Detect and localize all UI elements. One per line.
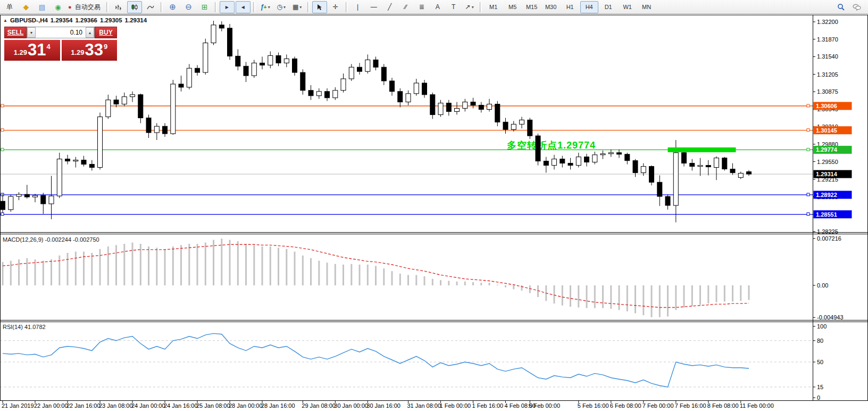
buy-price-point: 9 (104, 43, 107, 51)
vertical-line-button[interactable]: | (350, 1, 365, 13)
chevron-down-icon: ▾ (299, 5, 302, 10)
volume-stepper: ▼ 0.10 ▲ (27, 27, 95, 38)
indicators-plus-icon: + (263, 4, 266, 10)
tab-m30[interactable]: M30 (542, 1, 560, 13)
fibonacci-button[interactable]: ≣ (414, 1, 429, 13)
toolbar-separator (253, 2, 255, 12)
tab-d1[interactable]: D1 (599, 1, 617, 13)
ohlc-open: 1.29354 (51, 17, 73, 23)
candlestick-chart-button[interactable] (127, 1, 142, 13)
history-center-icon[interactable]: ◆ (19, 1, 34, 13)
volume-input[interactable]: 0.10 (36, 27, 86, 38)
chart-window: 1.322001.318701.315401.312051.308751.305… (0, 15, 868, 411)
bar-chart-button[interactable] (111, 1, 126, 13)
tab-m15[interactable]: M15 (523, 1, 541, 13)
rsi-indicator-label: RSI(14) 41.0782 (3, 324, 46, 330)
volume-decrease-button[interactable]: ▼ (27, 27, 36, 38)
toolbar-separator (307, 2, 310, 12)
market-watch-icon[interactable]: ▤ (35, 1, 49, 13)
ohlc-high: 1.29366 (75, 17, 97, 23)
toolbar-separator (480, 2, 482, 12)
sell-price-pips: 31 (28, 40, 46, 60)
line-chart-icon (147, 4, 154, 11)
new-order-button[interactable]: 单 (2, 1, 18, 13)
toolbar: 单 ◆ ▤ ◉ ● 自动交易 ⊕ ⊖ ⊞ ▸ ◂ ƒ+▾ ◷▾ ▦▾ ✛ | ―… (0, 0, 868, 14)
chat-button[interactable] (849, 1, 864, 13)
autotrading-button[interactable]: ● 自动交易 (66, 1, 104, 13)
candlestick-chart-icon (131, 4, 138, 11)
tab-h4[interactable]: H4 (580, 1, 598, 13)
toolbar-separator (106, 2, 108, 12)
arrows-icon: ↗ (465, 3, 471, 11)
sell-button[interactable]: SELL (4, 27, 27, 38)
chevron-down-icon: ▾ (268, 5, 270, 10)
chart-shift-button[interactable]: ◂ (236, 1, 251, 13)
crosshair-button[interactable]: ✛ (328, 1, 343, 13)
buy-price-display[interactable]: 1.29 33 9 (62, 40, 118, 61)
chat-icon (853, 4, 861, 11)
sell-price-display[interactable]: 1.29 31 4 (4, 40, 60, 61)
mt4-terminal: { "toolbar": { "new_order_label": "单", "… (0, 0, 868, 411)
trendline-button[interactable]: ╱ (382, 1, 397, 13)
cursor-icon (316, 4, 322, 11)
arrows-tool-button[interactable]: ↗▾ (462, 1, 477, 13)
buy-price-prefix: 1.29 (71, 48, 84, 56)
sell-price-prefix: 1.29 (14, 48, 27, 56)
tab-m1[interactable]: M1 (485, 1, 503, 13)
search-button[interactable] (833, 1, 848, 13)
autotrading-icon: ● (68, 4, 72, 10)
price-axis[interactable] (813, 15, 868, 400)
label-tool-button[interactable]: T (446, 1, 461, 13)
periods-button[interactable]: ◷▾ (274, 1, 289, 13)
volume-increase-button[interactable]: ▲ (86, 27, 94, 38)
search-icon (837, 3, 845, 11)
tab-w1[interactable]: W1 (619, 1, 637, 13)
toolbar-separator (161, 2, 163, 12)
autotrading-label: 自动交易 (73, 3, 102, 12)
indicators-button[interactable]: ƒ+▾ (258, 1, 273, 13)
tab-h1[interactable]: H1 (561, 1, 579, 13)
bar-chart-icon (115, 4, 122, 11)
signals-icon[interactable]: ◉ (51, 1, 65, 13)
templates-button[interactable]: ▦▾ (290, 1, 305, 13)
horizontal-line-button[interactable]: ― (366, 1, 381, 13)
text-tool-button[interactable]: A (430, 1, 445, 13)
channel-button[interactable]: ∕∕ (398, 1, 413, 13)
ohlc-close: 1.29314 (125, 17, 147, 23)
auto-scroll-button[interactable]: ▸ (220, 1, 235, 13)
one-click-trade-panel: SELL ▼ 0.10 ▲ BUY 1.29 31 4 1.29 33 9 (4, 27, 117, 61)
macd-indicator-label: MACD(12,26,9) -0.002244 -0.002750 (3, 236, 99, 243)
symbol-name: GBPUSD-,H4 (10, 17, 48, 23)
time-axis[interactable] (0, 400, 813, 411)
toolbar-separator (215, 2, 217, 12)
collapse-icon[interactable]: ▲ (3, 18, 7, 23)
ohlc-low: 1.29305 (100, 17, 122, 23)
template-icon: ▦ (293, 3, 298, 11)
buy-price-pips: 33 (85, 40, 103, 60)
chevron-down-icon: ▾ (283, 5, 286, 10)
clock-icon: ◷ (277, 3, 282, 11)
tile-windows-icon[interactable]: ⊞ (197, 1, 212, 13)
symbol-info-bar: ▲ GBPUSD-,H4 1.29354 1.29366 1.29305 1.2… (3, 17, 147, 23)
cursor-button[interactable] (312, 1, 327, 13)
tab-mn[interactable]: MN (638, 1, 656, 13)
zoom-out-icon[interactable]: ⊖ (181, 1, 196, 13)
tab-m5[interactable]: M5 (504, 1, 522, 13)
chevron-down-icon: ▾ (472, 5, 474, 10)
toolbar-separator (346, 2, 348, 12)
zoom-in-icon[interactable]: ⊕ (165, 1, 180, 13)
buy-button[interactable]: BUY (95, 27, 117, 38)
line-chart-button[interactable] (143, 1, 158, 13)
sell-price-point: 4 (47, 43, 51, 51)
